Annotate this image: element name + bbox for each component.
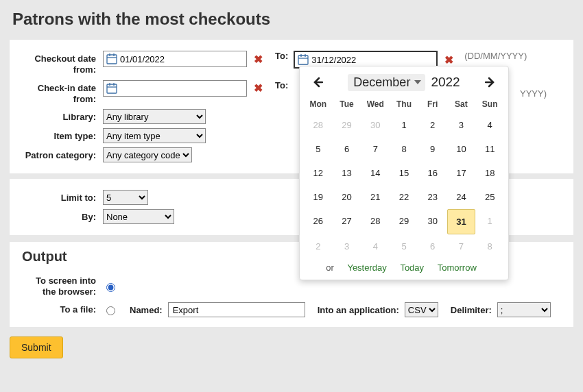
calendar-day[interactable]: 8 [475,234,504,258]
label-by: By: [21,209,103,223]
calendar-day[interactable]: 31 [447,209,476,234]
calendar-day[interactable]: 17 [447,161,476,185]
year-label[interactable]: 2022 [431,75,460,90]
calendar-day[interactable]: 22 [390,185,418,209]
calendar-day[interactable]: 26 [304,209,333,234]
clear-checkin-from-icon[interactable]: ✖ [251,82,265,95]
calendar-day[interactable]: 4 [475,113,504,137]
clear-checkout-to-icon[interactable]: ✖ [442,53,456,66]
calendar-day[interactable]: 28 [361,209,390,234]
library-select[interactable]: Any library [103,109,206,124]
label-named: Named: [130,305,163,315]
calendar-day[interactable]: 4 [361,234,390,258]
calendar-day[interactable]: 18 [475,161,504,185]
calendar-day[interactable]: 8 [390,137,418,161]
label-limit: Limit to: [21,190,103,204]
label-checkout-from: Checkout date from: [21,51,103,76]
calendar-day[interactable]: 9 [418,137,447,161]
calendar-day[interactable]: 21 [361,185,390,209]
calendar-day[interactable]: 3 [333,234,361,258]
label-library: Library: [21,109,103,123]
calendar-dow: Fri [418,95,447,113]
svg-rect-8 [107,84,117,93]
calendar-day[interactable]: 16 [418,161,447,185]
row-output-file: To a file: Named: Into an application: C… [10,299,573,320]
label-checkin-from: Check-in date from: [21,80,103,106]
limit-select[interactable]: 5 [103,190,148,205]
named-input[interactable] [168,302,305,317]
svg-rect-4 [298,56,308,64]
clear-checkout-from-icon[interactable]: ✖ [251,53,265,66]
intoapp-select[interactable]: CSV [405,302,438,317]
calendar-day[interactable]: 6 [333,137,361,161]
calendar-day[interactable]: 29 [333,113,361,137]
format-hint-partial: YYYY) [520,88,547,99]
calendar-day[interactable]: 11 [475,137,504,161]
calendar-day[interactable]: 15 [390,161,418,185]
label-intoapp: Into an application: [318,305,399,315]
checkout-to-input[interactable] [311,52,436,67]
calendar-day[interactable]: 29 [390,209,418,234]
calendar-icon [298,54,309,65]
link-today[interactable]: Today [400,262,424,273]
calendar-day[interactable]: 30 [418,209,447,234]
checkin-from-input[interactable] [120,81,246,96]
checkout-from-input[interactable] [120,51,246,66]
month-label: December [353,75,410,90]
calendar-day[interactable]: 1 [390,113,418,137]
calendar-day[interactable]: 25 [475,185,504,209]
calendar-day[interactable]: 19 [304,185,333,209]
date-picker-popup: December 2022 MonTueWedThuFriSatSun28293… [299,66,509,280]
link-tomorrow[interactable]: Tomorrow [438,262,477,273]
radio-file[interactable] [106,306,115,315]
submit-button[interactable]: Submit [10,336,63,358]
calendar-day[interactable]: 10 [447,137,476,161]
calendar-dow: Sat [447,95,476,113]
calendar-day[interactable]: 6 [418,234,447,258]
calendar-day[interactable]: 2 [304,234,333,258]
calendar-day[interactable]: 20 [333,185,361,209]
chevron-down-icon [414,80,421,84]
page-title: Patrons with the most checkouts [0,0,583,34]
calendar-day[interactable]: 27 [333,209,361,234]
calendar-day[interactable]: 5 [304,137,333,161]
prev-month-button[interactable] [308,77,327,88]
calendar-dow: Wed [361,95,390,113]
delimiter-select[interactable]: ; [497,302,551,317]
calendar-day[interactable]: 23 [418,185,447,209]
radio-screen[interactable] [106,283,115,292]
calendar-day[interactable]: 5 [390,234,418,258]
label-patroncat: Patron category: [21,147,103,161]
label-checkin-to: To: [275,80,288,90]
by-select[interactable]: None [103,209,174,224]
link-yesterday[interactable]: Yesterday [347,262,386,273]
calendar-footer: or Yesterday Today Tomorrow [304,258,504,273]
calendar-header: December 2022 [304,72,504,93]
label-checkout-to: To: [275,51,288,61]
checkout-from-field[interactable] [103,51,247,67]
svg-rect-0 [107,55,117,64]
calendar-day[interactable]: 3 [447,113,476,137]
calendar-day[interactable]: 14 [361,161,390,185]
calendar-dow: Sun [475,95,504,113]
checkin-from-field[interactable] [103,80,247,97]
calendar-day[interactable]: 30 [361,113,390,137]
calendar-day[interactable]: 7 [447,234,476,258]
calendar-day[interactable]: 1 [475,209,504,234]
calendar-day[interactable]: 12 [304,161,333,185]
calendar-day[interactable]: 24 [447,185,476,209]
calendar-icon [106,53,117,64]
calendar-icon [106,83,117,94]
patroncat-select[interactable]: Any category code [103,147,192,162]
calendar-day[interactable]: 13 [333,161,361,185]
label-file: To a file: [21,304,103,315]
calendar-dow: Tue [333,95,361,113]
calendar-day[interactable]: 2 [418,113,447,137]
calendar-day[interactable]: 28 [304,113,333,137]
label-itemtype: Item type: [21,128,103,142]
label-delimiter: Delimiter: [451,305,492,315]
month-select[interactable]: December [348,74,425,91]
calendar-day[interactable]: 7 [361,137,390,161]
next-month-button[interactable] [481,77,500,88]
itemtype-select[interactable]: Any item type [103,128,206,143]
